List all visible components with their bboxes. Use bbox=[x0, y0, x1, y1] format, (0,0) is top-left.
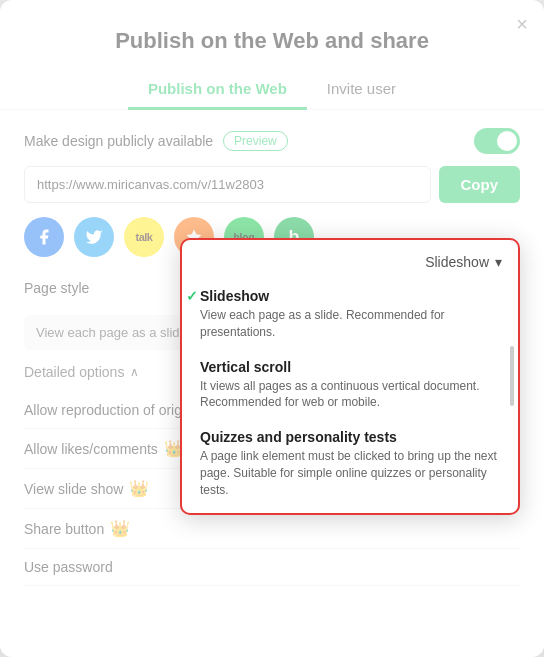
option-password-label: Use password bbox=[24, 559, 113, 575]
option-share-label: Share button bbox=[24, 521, 104, 537]
option-share: Share button 👑 bbox=[24, 509, 520, 549]
tabs-bar: Publish on the Web Invite user bbox=[0, 70, 544, 110]
detailed-options-label: Detailed options bbox=[24, 364, 124, 380]
tab-publish[interactable]: Publish on the Web bbox=[128, 70, 307, 110]
social-facebook-icon[interactable] bbox=[24, 217, 64, 257]
option-slideshow-label: View slide show bbox=[24, 481, 123, 497]
url-row: Copy bbox=[24, 166, 520, 203]
dropdown-scrollbar bbox=[510, 346, 514, 406]
close-button[interactable]: × bbox=[516, 14, 528, 34]
toggle-switch[interactable] bbox=[474, 128, 520, 154]
dropdown-item-quizzes-desc: A page link element must be clicked to b… bbox=[200, 448, 500, 498]
dropdown-item-vertical[interactable]: Vertical scroll It views all pages as a … bbox=[182, 349, 518, 420]
page-style-label: Page style bbox=[24, 280, 89, 296]
dropdown-header: Slideshow ▾ bbox=[182, 250, 518, 278]
toggle-row: Make design publicly available Preview bbox=[24, 128, 520, 154]
crown-icon-slideshow: 👑 bbox=[129, 479, 149, 498]
dropdown-item-slideshow-desc: View each page as a slide. Recommended f… bbox=[200, 307, 500, 341]
toggle-label: Make design publicly available Preview bbox=[24, 131, 288, 151]
preview-badge: Preview bbox=[223, 131, 288, 151]
dropdown-item-slideshow-title: Slideshow bbox=[200, 288, 500, 304]
social-kakaotalk-icon[interactable]: talk bbox=[124, 217, 164, 257]
copy-button[interactable]: Copy bbox=[439, 166, 521, 203]
crown-icon-share: 👑 bbox=[110, 519, 130, 538]
detailed-options-chevron: ∧ bbox=[130, 365, 139, 379]
dropdown-item-quizzes[interactable]: Quizzes and personality tests A page lin… bbox=[182, 419, 518, 506]
dropdown-item-slideshow[interactable]: Slideshow View each page as a slide. Rec… bbox=[182, 278, 518, 349]
page-style-dropdown: Slideshow ▾ Slideshow View each page as … bbox=[180, 238, 520, 515]
tab-invite[interactable]: Invite user bbox=[307, 70, 416, 110]
dropdown-item-vertical-title: Vertical scroll bbox=[200, 359, 500, 375]
dropdown-chevron: ▾ bbox=[495, 254, 502, 270]
social-twitter-icon[interactable] bbox=[74, 217, 114, 257]
url-input[interactable] bbox=[24, 166, 431, 203]
option-reproduction-label: Allow reproduction of orig bbox=[24, 402, 182, 418]
dropdown-item-quizzes-title: Quizzes and personality tests bbox=[200, 429, 500, 445]
option-likes-label: Allow likes/comments bbox=[24, 441, 158, 457]
dropdown-selected-label: Slideshow bbox=[425, 254, 489, 270]
option-password: Use password bbox=[24, 549, 520, 586]
toggle-text: Make design publicly available bbox=[24, 133, 213, 149]
modal: × Publish on the Web and share Publish o… bbox=[0, 0, 544, 657]
dropdown-item-vertical-desc: It views all pages as a continuous verti… bbox=[200, 378, 500, 412]
dropdown-header-label: Slideshow ▾ bbox=[425, 254, 502, 270]
modal-title: Publish on the Web and share bbox=[0, 0, 544, 54]
